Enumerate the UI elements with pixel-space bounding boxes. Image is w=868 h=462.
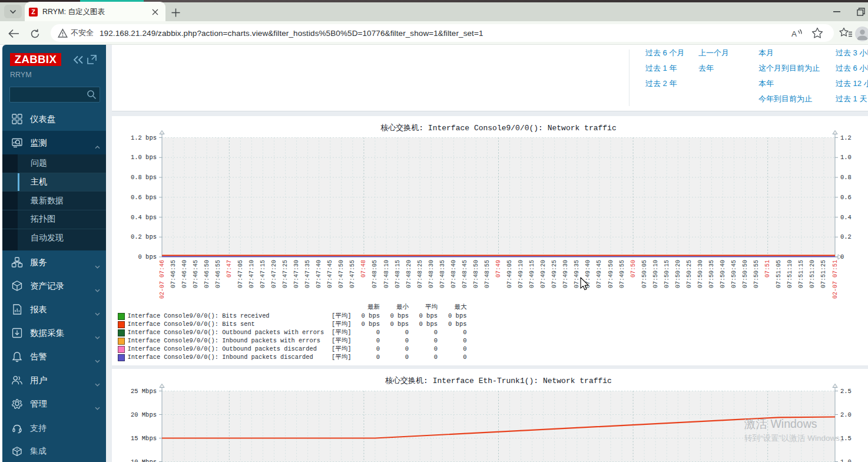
y-axis-label-left: 0.2 bps [112,234,157,240]
refresh-button[interactable] [27,26,42,41]
legend-series-name: Interface Console9/0/0(): Inbound packet… [128,337,321,345]
sidebar-item-support[interactable]: 支持 [2,419,106,437]
star-icon [811,27,823,39]
submenu-item-maps[interactable]: 拓扑图 [2,210,106,229]
time-quicklink[interactable]: 本年 [758,78,774,89]
sidebar-item-inventory[interactable]: 资产记录 [2,274,106,298]
y-axis-label-left: 0.6 bps [112,194,157,200]
sidebar-search-input[interactable] [9,87,100,103]
time-quicklink[interactable]: 过去 3 小时 [836,48,868,58]
legend-value: 0 bps [448,312,467,320]
legend-value: 0 [463,345,466,353]
read-aloud-button[interactable]: A [790,27,803,40]
y-axis-label-left: 0.8 bps [112,174,157,180]
legend-row: Interface Console9/0/0(): Outbound packe… [118,329,495,337]
data-collection-icon [11,327,23,339]
y-axis-label-left: 20 Mbps [112,412,157,418]
sidebar-collapse-button[interactable] [73,55,84,64]
y-axis-label-right: 0.6 [840,194,852,200]
time-quicklink[interactable]: 过去 1 天 [836,94,867,104]
time-quicklink[interactable]: 过去 6 个月 [645,48,684,58]
sidebar-item-integrations[interactable]: 集成 [2,442,106,460]
sidebar-item-dashboards[interactable]: 仪表盘 [2,107,106,131]
y-axis-label-right: 0 [840,254,844,260]
time-quicklink[interactable]: 过去 12 小时 [836,78,868,89]
time-quicklink[interactable]: 去年 [698,63,714,74]
sidebar-popout-button[interactable] [87,55,97,64]
legend-value: 0 [376,354,380,361]
sidebar-item-users[interactable]: 用户 [2,368,106,392]
chevron-down-icon [95,284,100,288]
sidebar-item-monitoring[interactable]: 监测 [2,131,106,154]
time-quicklink[interactable]: 过去 2 年 [645,78,677,89]
submenu-item-hosts[interactable]: 主机 [2,173,106,192]
y-axis-label-right: 0.4 [840,214,852,220]
sidebar-item-label: 服务 [30,257,47,268]
time-quicklink[interactable]: 上一个月 [698,48,729,58]
legend-value: 0 [376,345,380,353]
sidebar-item-services[interactable]: 服务 [2,250,106,274]
sidebar-submenu-monitoring: 问题主机最新数据拓扑图自动发现 [2,154,106,250]
time-panel-separator [629,50,630,106]
popout-icon [87,55,97,64]
windows-activation-watermark-line1: 激活 Windows [744,416,817,432]
support-icon [12,423,22,434]
tab-search-button[interactable] [4,5,22,18]
legend-series-name: Interface Console9/0/0(): Inbound packet… [128,354,313,361]
legend-value: 0 [405,345,409,353]
window-minimize-button[interactable] [823,2,850,21]
new-tab-button[interactable] [169,6,182,19]
legend-value: 0 [405,329,409,336]
browser-profile-avatar[interactable] [855,27,868,41]
time-quicklink[interactable]: 这个月到目前为止 [758,63,820,74]
y-axis-label-right: 2.0 [840,412,852,418]
zabbix-logo[interactable]: ZABBIX [10,53,61,66]
submenu-item-problems[interactable]: 问题 [2,154,106,173]
sidebar-item-administration[interactable]: 管理 [2,392,106,415]
y-axis-label-right: 0.8 [840,174,852,180]
time-quicklink[interactable]: 过去 6 小时 [836,63,868,74]
chevron-down-icon [95,402,100,405]
legend-value: 0 [463,354,466,361]
legend-value: 0 [434,329,438,336]
submenu-item-latest-data[interactable]: 最新数据 [2,191,106,210]
time-quicklink[interactable]: 本月 [758,48,774,58]
tab-close-button[interactable] [149,6,161,18]
person-icon [855,27,868,41]
legend-series-name: Interface Console9/0/0(): Outbound packe… [128,329,324,336]
y-axis-label-right: 1.0 [840,154,852,160]
chevron-down-icon [95,378,100,382]
submenu-item-discovery[interactable]: 自动发现 [2,229,106,248]
favorites-bar-button[interactable] [839,27,853,41]
legend-value: 0 [434,345,438,353]
window-restore-button[interactable] [850,2,868,21]
sidebar-item-label: 报表 [30,304,47,315]
insecure-warning-icon[interactable] [58,28,68,38]
back-button[interactable] [6,26,21,41]
y-axis-label-right: 0.2 [840,234,852,240]
legend-value: 0 [463,329,466,336]
y-axis-label-left: 25 Mbps [112,388,157,394]
legend-row: Interface Console9/0/0(): Outbound packe… [118,345,495,354]
url-text[interactable]: 192.168.21.249/zabbix.php?action=charts.… [100,24,483,42]
legend-row: Interface Console9/0/0(): Inbound packet… [118,354,495,362]
sidebar-item-data-collection[interactable]: 数据采集 [2,321,106,345]
sidebar-item-alerts[interactable]: 告警 [2,345,106,368]
inventory-icon [11,280,23,292]
plus-icon [171,8,180,17]
users-icon [11,374,23,386]
time-quicklink[interactable]: 过去 1 年 [645,63,677,74]
legend-value: 0 bps [390,312,409,320]
y-axis-label-left: 1.2 bps [112,135,157,141]
legend-color-swatch [118,346,125,353]
legend-series-name: Interface Console9/0/0(): Bits received [128,312,270,320]
search-icon [87,90,97,100]
legend-aggregation: [平均] [332,312,352,320]
legend-value: 0 bps [419,312,438,320]
security-label[interactable]: 不安全 [71,24,94,42]
time-quicklink[interactable]: 今年到目前为止 [758,94,812,104]
windows-activation-watermark-line2: 转到“设置”以激活 Windows。 [744,433,848,444]
favorite-star-button[interactable] [811,27,824,40]
sidebar-item-label: 用户 [30,375,47,386]
sidebar-item-reports[interactable]: 报表 [2,298,106,321]
